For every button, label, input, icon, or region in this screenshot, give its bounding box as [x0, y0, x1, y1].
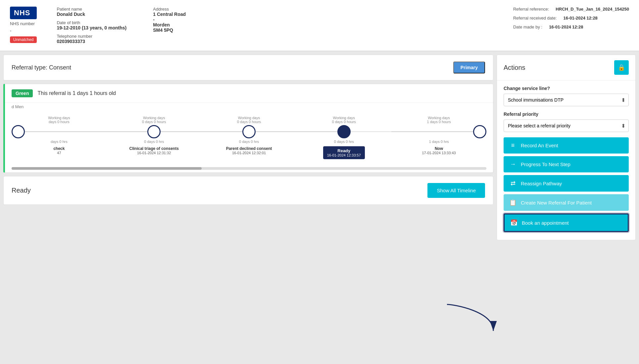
timeline-step: Working days0 days 0 hours0 days 0 hrsCl… — [107, 116, 202, 155]
step-hours-label: 1 days 0 hrs — [429, 140, 449, 144]
timeline-scroll[interactable]: Working daysdays 0 hoursdays 0 hrscheck4… — [5, 109, 493, 166]
tel-label: Telephone number — [57, 34, 126, 39]
timeline-step: Working days0 days 0 hours0 days 0 hrsRe… — [296, 116, 391, 159]
step-circle-row — [12, 125, 107, 138]
show-timeline-button[interactable]: Show All Timeline — [427, 183, 485, 198]
address-col: Address 1 Central Road - Morden SM4 5PQ — [153, 7, 186, 44]
step-line — [25, 131, 107, 132]
action-record-event-button[interactable]: ≡Record An Event — [504, 137, 629, 154]
step-circle — [147, 125, 161, 138]
lock-button[interactable]: 🔒 — [614, 60, 629, 75]
create-referral-label: Create New Referral For Patient — [521, 200, 592, 205]
step-name: Parent declined consent — [226, 146, 272, 151]
actions-header: Actions 🔒 — [497, 55, 635, 80]
referral-ref-row: Referral reference: HRCH_D_Tue_Jan_16_20… — [513, 7, 629, 12]
timeline-step: Working days1 days 0 hours1 days 0 hrsNo… — [391, 116, 486, 155]
timeline-scroll-wrapper: ‹ Working daysdays 0 hoursdays 0 hrschec… — [5, 109, 493, 166]
step-name-block: Parent declined consent16-01-2024 12:32:… — [225, 146, 273, 155]
priority-select[interactable]: Please select a referral priority — [504, 119, 629, 132]
step-ready-box: Ready16-01-2024 12:33:57 — [323, 146, 365, 159]
actions-title: Actions — [504, 64, 525, 71]
step-hours-label: 0 days 0 hrs — [239, 140, 259, 144]
service-line-select[interactable]: School immunisations DTP — [504, 94, 629, 106]
step-date: 47 — [53, 151, 65, 155]
step-line — [351, 131, 391, 132]
status-text: Ready — [12, 187, 31, 194]
step-circle-row — [202, 125, 297, 138]
referral-received-label: Referral received date: — [513, 16, 557, 21]
record-event-label: Record An Event — [521, 143, 558, 148]
timeline-age-text: This referral is 1 days 1 hours old — [37, 90, 116, 96]
step-circle — [12, 125, 25, 138]
timeline-step: Working days0 days 0 hours0 days 0 hrsPa… — [202, 116, 297, 155]
primary-badge-button[interactable]: Primary — [453, 62, 485, 73]
step-line — [161, 131, 201, 132]
step-working-days-label: Working days0 days 0 hours — [142, 116, 166, 124]
address-postcode: SM4 5PQ — [153, 27, 186, 33]
book-appointment-label: Book an appointment — [522, 220, 569, 226]
step-hours-label: days 0 hrs — [51, 140, 68, 144]
steps-container: Working daysdays 0 hoursdays 0 hrscheck4… — [12, 116, 486, 159]
step-hours-label: 0 days 0 hrs — [144, 140, 164, 144]
referral-received-value: 16-01-2024 12:28 — [563, 16, 597, 21]
step-working-days-label: Working days1 days 0 hours — [427, 116, 451, 124]
action-create-referral-button[interactable]: 📋Create New Referral For Patient — [504, 194, 629, 211]
step-line — [296, 131, 337, 132]
step-circle-row — [296, 125, 391, 138]
step-hours-label: 0 days 0 hrs — [334, 140, 354, 144]
step-line — [391, 131, 473, 132]
progress-next-label: Progress To Next Step — [521, 161, 570, 167]
nhs-number-value: - — [10, 28, 37, 33]
step-line — [256, 131, 296, 132]
referral-made-label: Date made by : — [513, 24, 542, 29]
address-line1: 1 Central Road — [153, 12, 186, 17]
action-buttons-container: ≡Record An Event→Progress To Next Step⇄R… — [504, 137, 629, 232]
main-layout: Referral type: Consent Primary Green Thi… — [0, 51, 639, 244]
nhs-logo: NHS — [10, 7, 37, 19]
unmatched-badge: Unmatched — [10, 36, 37, 43]
timeline-nav-left[interactable]: ‹ — [3, 131, 4, 145]
record-event-icon: ≡ — [509, 142, 517, 149]
book-appointment-icon: 📅 — [510, 219, 518, 226]
nhs-block: NHS NHS number - Unmatched — [10, 7, 37, 43]
nhs-number-label: NHS number — [10, 21, 37, 26]
page-header: NHS NHS number - Unmatched Patient name … — [0, 0, 639, 51]
step-name: Now — [422, 146, 456, 151]
dob-label: Date of birth — [57, 20, 126, 25]
step-circle — [337, 125, 351, 138]
green-status-badge: Green — [12, 89, 33, 97]
action-book-appointment-button[interactable]: 📅Book an appointment — [504, 213, 629, 232]
step-name-block: Ready16-01-2024 12:33:57 — [322, 146, 366, 159]
referral-received-row: Referral received date: 16-01-2024 12:28 — [513, 16, 629, 21]
step-date: 16-01-2024 12:31:32 — [129, 151, 179, 155]
service-line-select-wrapper: School immunisations DTP ⬍ — [504, 94, 629, 106]
step-name-block: Clinical triage of consents16-01-2024 12… — [128, 146, 180, 155]
step-circle-row — [107, 125, 202, 138]
step-name: Clinical triage of consents — [129, 146, 179, 151]
tel-value: 02039033373 — [57, 39, 126, 44]
right-panel: Actions 🔒 Change service line? School im… — [497, 55, 636, 240]
change-service-label: Change service line? — [504, 86, 629, 91]
timeline-step: Working daysdays 0 hoursdays 0 hrscheck4… — [12, 116, 107, 155]
address-city: Morden — [153, 22, 186, 27]
action-progress-next-button[interactable]: →Progress To Next Step — [504, 156, 629, 172]
address-line2: - — [153, 17, 186, 22]
priority-select-wrapper: Please select a referral priority ⬍ — [504, 119, 629, 132]
actions-body: Change service line? School immunisation… — [497, 80, 635, 240]
step-circle — [242, 125, 256, 138]
patient-details: Patient name Donald Duck Date of birth 1… — [57, 7, 493, 44]
timeline-header: Green This referral is 1 days 1 hours ol… — [5, 84, 493, 103]
step-name-block: Now17-01-2024 13:33:43 — [421, 146, 457, 155]
step-circle — [473, 125, 486, 138]
referral-priority-label: Referral priority — [504, 112, 629, 117]
timeline-card: Green This referral is 1 days 1 hours ol… — [3, 84, 493, 173]
step-date: 16-01-2024 12:32:01 — [226, 151, 272, 155]
reassign-icon: ⇄ — [509, 180, 517, 187]
patient-name-col: Patient name Donald Duck Date of birth 1… — [57, 7, 126, 44]
timeline-section-label: d Men — [5, 103, 493, 109]
action-reassign-button[interactable]: ⇄Reassign Pathway — [504, 175, 629, 192]
patient-name-label: Patient name — [57, 7, 126, 12]
progress-next-icon: → — [509, 161, 517, 168]
status-footer: Ready Show All Timeline — [3, 176, 493, 205]
step-name-block: check47 — [52, 146, 66, 155]
